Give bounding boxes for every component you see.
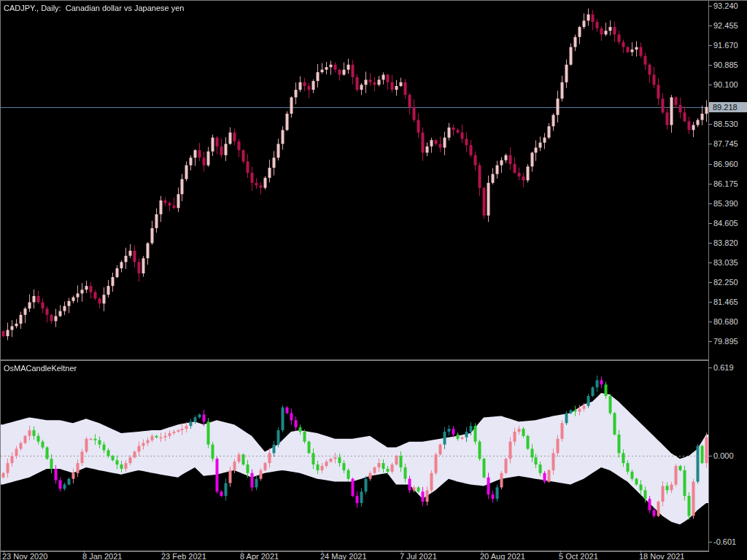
price-axis-tick xyxy=(708,45,712,46)
price-axis-tick xyxy=(708,282,712,283)
price-axis-label: 87.745 xyxy=(713,139,738,148)
date-axis-tick xyxy=(163,551,163,553)
price-axis-tick xyxy=(708,26,712,26)
date-axis-tick xyxy=(84,551,85,553)
price-axis-tick xyxy=(708,223,712,224)
indicator-axis-tick xyxy=(708,456,712,456)
date-axis-tick xyxy=(322,551,322,553)
current-price-tag: 89.218 xyxy=(709,102,747,112)
price-axis-border xyxy=(708,1,709,552)
price-axis-label: 86.175 xyxy=(713,179,738,188)
price-axis-label: 84.605 xyxy=(713,219,738,228)
price-axis-label: 83.035 xyxy=(713,258,738,267)
price-axis-tick xyxy=(708,6,712,7)
date-axis-label: 23 Nov 2020 xyxy=(2,552,47,560)
price-axis-tick xyxy=(708,262,712,263)
price-axis-tick xyxy=(708,124,712,125)
date-axis-label: 8 Apr 2021 xyxy=(240,552,279,560)
indicator-axis-label: -0.601 xyxy=(713,537,736,546)
date-axis-label: 20 Aug 2021 xyxy=(480,552,525,560)
price-axis-label: 91.670 xyxy=(713,41,738,50)
chart-window: CADJPY., Daily: Canadian dollar vs Japan… xyxy=(0,0,747,560)
date-axis-label: 7 Jul 2021 xyxy=(400,552,437,560)
date-axis-label: 5 Oct 2021 xyxy=(559,552,598,560)
main-price-chart-canvas[interactable] xyxy=(1,1,708,359)
date-axis-label: 18 Nov 2021 xyxy=(639,552,684,560)
date-axis-tick xyxy=(560,551,561,553)
date-axis-tick xyxy=(481,551,482,553)
time-axis[interactable]: 23 Nov 20208 Jan 202123 Feb 20218 Apr 20… xyxy=(1,552,747,560)
price-axis-tick xyxy=(708,322,712,322)
price-axis-label: 81.465 xyxy=(713,298,738,306)
price-axis-label: 86.960 xyxy=(713,160,738,168)
price-axis-tick xyxy=(708,144,712,144)
indicator-axis-label: 0.000 xyxy=(713,451,734,460)
date-axis-tick xyxy=(640,551,641,553)
price-axis-label: 82.250 xyxy=(713,278,738,287)
price-axis-tick xyxy=(708,203,712,204)
price-axis-tick xyxy=(708,65,712,66)
pane-splitter[interactable] xyxy=(1,359,708,361)
price-axis-tick xyxy=(708,164,712,165)
price-axis-label: 88.530 xyxy=(713,120,738,128)
date-axis-tick xyxy=(4,551,4,553)
price-axis-label: 85.390 xyxy=(713,199,738,208)
date-axis-label: 23 Feb 2021 xyxy=(161,552,206,560)
date-axis-tick xyxy=(241,551,242,553)
price-axis-label: 92.455 xyxy=(713,21,738,30)
price-axis-label: 79.895 xyxy=(713,337,738,346)
price-axis-tick xyxy=(708,302,712,303)
indicator-axis-tick xyxy=(708,542,712,542)
price-axis-label: 80.680 xyxy=(713,317,738,326)
date-axis-label: 8 Jan 2021 xyxy=(82,552,122,560)
indicator-chart-canvas[interactable] xyxy=(1,361,708,551)
price-axis-tick xyxy=(708,341,712,342)
price-axis-label: 93.240 xyxy=(713,1,738,10)
main-chart-title: CADJPY., Daily: Canadian dollar vs Japan… xyxy=(4,4,184,12)
date-axis-label: 24 May 2021 xyxy=(320,552,367,560)
date-axis-tick xyxy=(401,551,402,553)
price-axis-label: 90.885 xyxy=(713,61,738,69)
indicator-title: OsMACandleKeltner xyxy=(4,364,77,373)
price-axis-tick xyxy=(708,243,712,244)
price-axis-tick xyxy=(708,85,712,85)
indicator-axis-tick xyxy=(708,368,712,368)
price-axis-label: 90.100 xyxy=(713,80,738,89)
price-axis-tick xyxy=(708,184,712,184)
indicator-axis-label: 0.619 xyxy=(713,363,734,372)
price-axis-label: 83.820 xyxy=(713,238,738,247)
